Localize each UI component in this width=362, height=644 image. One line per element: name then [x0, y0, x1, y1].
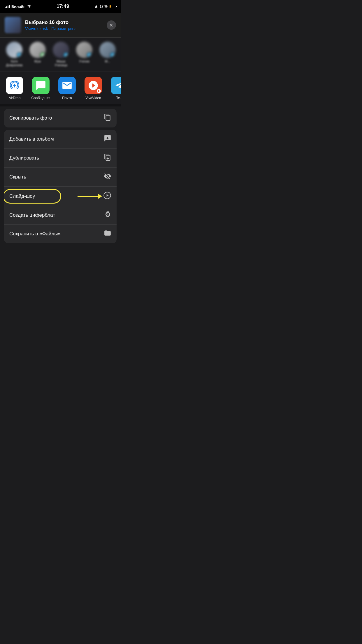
hide-button[interactable]: Скрыть — [4, 168, 117, 187]
status-right: 17 % — [94, 4, 116, 8]
contacts-row: Катя Домрачева Муж Маша Ученица Ученик — [0, 38, 121, 71]
duplicate-icon-svg — [104, 153, 111, 161]
watch-icon-svg — [104, 211, 111, 218]
app-item-vivavideo[interactable]: VivaVideo — [83, 77, 104, 100]
contact-badge-telegram — [87, 52, 92, 58]
slideshow-label: Слайд-шоу — [9, 193, 35, 199]
add-album-icon — [104, 134, 111, 144]
save-files-icon — [104, 229, 111, 239]
app-label-airdrop: AirDrop — [9, 96, 21, 100]
status-bar: Билайн 17:49 17 % — [0, 0, 121, 13]
copy-icon-svg — [104, 113, 111, 121]
header-thumbnail — [5, 17, 21, 33]
add-album-icon-svg — [104, 134, 111, 142]
slideshow-button[interactable]: Слайд-шоу — [4, 187, 117, 206]
arrow-head — [98, 194, 102, 199]
arrow-annotation — [78, 194, 102, 199]
airdrop-icon-svg — [8, 79, 21, 92]
app-item-messages[interactable]: Сообщения — [30, 77, 51, 100]
battery-percent: 17 % — [100, 4, 108, 8]
contact-avatar — [29, 42, 46, 58]
contact-item[interactable]: Муж — [27, 42, 48, 67]
battery-icon — [109, 5, 116, 8]
duplicate-icon — [104, 153, 111, 163]
app-label-telegram: Te... — [116, 96, 121, 100]
folder-icon-svg — [104, 229, 111, 237]
contact-avatar — [6, 42, 22, 58]
contact-item[interactable]: Катя Домрачева — [4, 42, 24, 67]
contact-badge-telegram — [110, 52, 116, 58]
slideshow-icon-svg — [103, 191, 111, 200]
copy-photo-icon — [104, 113, 111, 123]
contact-avatar — [99, 42, 116, 58]
header-title: Выбрано 16 фото — [25, 20, 103, 25]
add-album-label: Добавить в альбом — [9, 136, 54, 142]
contact-name: M... — [98, 60, 117, 63]
hide-icon — [104, 172, 111, 182]
apps-row: AirDrop Сообщения Почта VivaVideo — [0, 71, 121, 106]
app-item-mail[interactable]: Почта — [57, 77, 78, 100]
hide-label: Скрыть — [9, 174, 26, 180]
contact-avatar — [76, 42, 92, 58]
contact-name: Муж — [28, 60, 47, 63]
header-info: Выбрано 16 фото Vsevolozhsk Параметры › — [25, 20, 103, 31]
save-files-label: Сохранить в «Файлы» — [9, 231, 61, 237]
contact-name: Маша Ученица — [52, 60, 71, 67]
status-time: 17:49 — [57, 4, 69, 9]
create-watch-button[interactable]: Создать циферблат — [4, 206, 117, 225]
contact-avatar — [53, 42, 69, 58]
hide-icon-svg — [104, 172, 111, 180]
copy-photo-label: Скопировать фото — [9, 115, 52, 121]
app-icon-telegram — [111, 77, 121, 94]
contact-badge-telegram — [17, 52, 22, 58]
slideshow-icon — [103, 191, 111, 201]
messages-icon-svg — [35, 80, 46, 91]
contact-item[interactable]: M... — [97, 42, 118, 67]
svg-marker-2 — [107, 194, 109, 197]
app-label-mail: Почта — [62, 96, 72, 100]
params-link[interactable]: Параметры › — [51, 26, 75, 31]
app-item-airdrop[interactable]: AirDrop — [4, 77, 25, 100]
add-album-button[interactable]: Добавить в альбом — [4, 130, 117, 149]
mail-icon-svg — [61, 80, 73, 91]
copy-photo-section: Скопировать фото — [4, 109, 117, 127]
contact-badge-messages — [40, 52, 46, 58]
app-item-telegram[interactable]: Te... — [109, 77, 121, 100]
wifi-icon — [27, 4, 32, 9]
carrier-label: Билайн — [11, 4, 26, 9]
create-watch-label: Создать циферблат — [9, 212, 55, 218]
app-icon-airdrop — [6, 77, 23, 94]
signal-bars — [5, 5, 10, 8]
create-watch-icon — [104, 211, 111, 220]
app-icon-vivavideo — [85, 77, 102, 94]
contact-item[interactable]: Маша Ученица — [51, 42, 71, 67]
contact-item[interactable]: Ученик — [74, 42, 94, 67]
app-label-vivavideo: VivaVideo — [85, 96, 101, 100]
duplicate-button[interactable]: Дублировать — [4, 149, 117, 168]
arrow-line — [78, 196, 98, 197]
close-button[interactable] — [107, 20, 116, 30]
header-subtitle: Vsevolozhsk Параметры › — [25, 26, 103, 31]
contact-badge-telegram — [63, 52, 69, 58]
app-label-messages: Сообщения — [31, 96, 50, 100]
contact-name: Катя Домрачева — [5, 60, 24, 67]
telegram-icon-svg — [114, 80, 121, 91]
share-header: Выбрано 16 фото Vsevolozhsk Параметры › — [0, 13, 121, 38]
app-icon-messages — [32, 77, 50, 94]
location-icon — [94, 4, 98, 8]
location-text: Vsevolozhsk — [25, 26, 48, 31]
copy-photo-button[interactable]: Скопировать фото — [4, 109, 117, 127]
close-icon — [109, 23, 114, 27]
contact-name: Ученик — [75, 60, 94, 63]
status-left: Билайн — [5, 4, 32, 9]
app-icon-mail — [58, 77, 76, 94]
duplicate-label: Дублировать — [9, 155, 39, 161]
album-actions-section: Добавить в альбом Дублировать Скрыть Сла… — [4, 130, 117, 243]
save-files-button[interactable]: Сохранить в «Файлы» — [4, 225, 117, 243]
